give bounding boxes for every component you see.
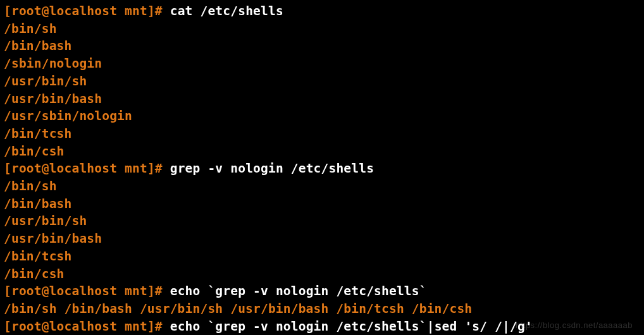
prompt-cwd: mnt bbox=[125, 319, 147, 334]
terminal-line: /bin/csh bbox=[4, 265, 641, 283]
prompt-close: ]# bbox=[147, 161, 170, 176]
prompt-sep bbox=[117, 284, 125, 298]
prompt-cwd: mnt bbox=[125, 161, 147, 176]
terminal-line: /sbin/nologin bbox=[4, 55, 641, 73]
output-text: /bin/csh bbox=[4, 267, 65, 281]
terminal-line: /bin/tcsh bbox=[4, 125, 641, 143]
output-text: /bin/bash bbox=[4, 197, 71, 211]
prompt-bracket: [ bbox=[4, 319, 11, 334]
terminal-line: /usr/sbin/nologin bbox=[4, 107, 641, 125]
prompt-sep bbox=[117, 4, 125, 18]
terminal-line: /usr/bin/bash bbox=[4, 90, 641, 108]
prompt-bracket: [ bbox=[4, 284, 11, 298]
terminal-line: /usr/bin/bash bbox=[4, 230, 641, 248]
output-text: /usr/sbin/nologin bbox=[4, 109, 132, 123]
prompt-close: ]# bbox=[147, 284, 170, 298]
terminal-line: /usr/bin/sh bbox=[4, 73, 641, 90]
command-text: grep -v nologin /etc/shells bbox=[170, 161, 374, 176]
prompt-bracket: [ bbox=[4, 161, 11, 176]
terminal-line: /bin/sh /bin/bash /usr/bin/sh /usr/bin/b… bbox=[4, 300, 641, 318]
terminal-line: /bin/sh bbox=[4, 20, 641, 38]
output-text: /bin/sh /bin/bash /usr/bin/sh /usr/bin/b… bbox=[4, 302, 472, 316]
command-text: cat /etc/shells bbox=[170, 4, 283, 18]
output-text: /bin/tcsh bbox=[4, 126, 71, 141]
output-text: /bin/bash bbox=[4, 39, 71, 53]
prompt-cwd: mnt bbox=[125, 4, 147, 18]
terminal-line: /bin/tcsh bbox=[4, 248, 641, 265]
terminal-line: /bin/csh bbox=[4, 143, 641, 161]
prompt-user-host: root@localhost bbox=[11, 319, 117, 334]
terminal-line: /bin/bash bbox=[4, 195, 641, 213]
terminal-line: [root@localhost mnt]# grep -v nologin /e… bbox=[4, 160, 641, 178]
command-text: echo `grep -v nologin /etc/shells` bbox=[170, 284, 427, 298]
output-text: /bin/sh bbox=[4, 21, 57, 36]
terminal-line: /usr/bin/sh bbox=[4, 212, 641, 230]
prompt-close: ]# bbox=[147, 319, 170, 334]
prompt-bracket: [ bbox=[4, 4, 11, 18]
terminal-line: /bin/sh bbox=[4, 178, 641, 195]
output-text: /usr/bin/sh bbox=[4, 214, 87, 228]
output-text: /sbin/nologin bbox=[4, 56, 102, 71]
output-text: /usr/bin/bash bbox=[4, 231, 102, 246]
command-text: echo `grep -v nologin /etc/shells`|sed '… bbox=[170, 319, 533, 334]
terminal-output[interactable]: [root@localhost mnt]# cat /etc/shells/bi… bbox=[0, 0, 644, 335]
prompt-close: ]# bbox=[147, 4, 170, 18]
prompt-sep bbox=[117, 161, 125, 176]
prompt-sep bbox=[117, 319, 125, 334]
prompt-user-host: root@localhost bbox=[11, 161, 117, 176]
terminal-line: [root@localhost mnt]# echo `grep -v nolo… bbox=[4, 318, 641, 335]
prompt-cwd: mnt bbox=[125, 284, 147, 298]
prompt-user-host: root@localhost bbox=[11, 284, 117, 298]
terminal-line: [root@localhost mnt]# echo `grep -v nolo… bbox=[4, 283, 641, 300]
output-text: /bin/tcsh bbox=[4, 249, 71, 264]
terminal-line: [root@localhost mnt]# cat /etc/shells bbox=[4, 3, 641, 20]
output-text: /usr/bin/sh bbox=[4, 74, 87, 88]
terminal-line: /bin/bash bbox=[4, 37, 641, 55]
output-text: /bin/csh bbox=[4, 144, 65, 159]
output-text: /usr/bin/bash bbox=[4, 92, 102, 106]
output-text: /bin/sh bbox=[4, 179, 57, 193]
prompt-user-host: root@localhost bbox=[11, 4, 117, 18]
